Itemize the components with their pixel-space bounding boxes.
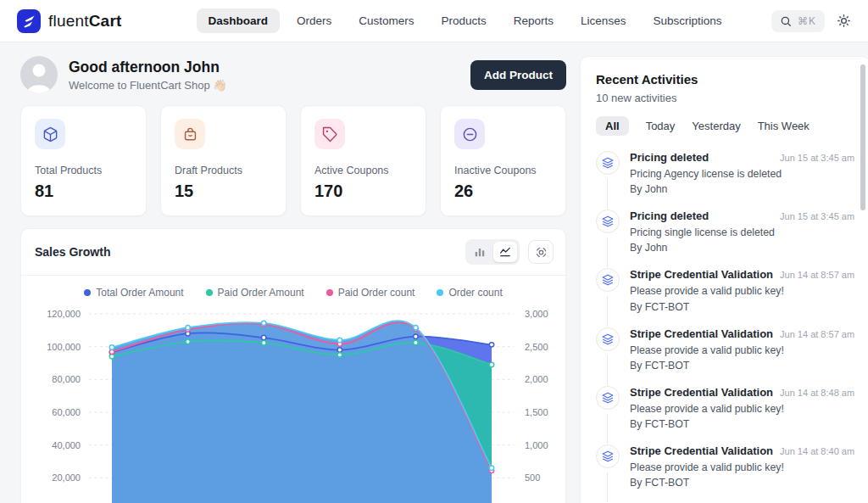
sales-growth-chart[interactable]: 120,0003,000100,0002,50080,0002,00060,00… [21, 300, 565, 503]
tab-yesterday[interactable]: Yesterday [692, 120, 740, 132]
nav-item-reports[interactable]: Reports [504, 8, 564, 33]
legend-item[interactable]: Paid Order Amount [206, 287, 304, 299]
activity-title: Stripe Credential Validation [630, 386, 773, 399]
recent-activities-count: 10 new activities [596, 92, 854, 104]
activity-title: Stripe Credential Validation [630, 444, 773, 457]
layers-icon [596, 444, 620, 468]
nav-item-dashboard[interactable]: Dashboard [197, 8, 281, 33]
activity-title: Stripe Credential Validation [630, 327, 773, 340]
tab-today[interactable]: Today [646, 120, 676, 132]
activities-filter-tabs: All Today Yesterday This Week [596, 116, 854, 136]
activity-author: By FCT-BOT [630, 477, 854, 489]
chart-type-switcher [465, 239, 520, 265]
legend-item[interactable]: Order count [437, 287, 502, 299]
search-button[interactable]: ⌘K [771, 10, 825, 32]
activity-item[interactable]: Pricing deletedJun 15 at 3:45 amPricing … [596, 151, 854, 210]
svg-text:1,000: 1,000 [525, 440, 548, 450]
activity-title: Pricing deleted [630, 151, 709, 164]
svg-text:40,000: 40,000 [52, 440, 81, 450]
activity-description: Pricing single license is deleted [630, 226, 854, 240]
activity-item[interactable]: Stripe Credential ValidationJun 14 at 8:… [596, 327, 854, 386]
topbar: fluentCart Dashboard Orders Customers Pr… [0, 0, 868, 42]
brand-name: fluentCart [48, 12, 122, 31]
svg-text:80,000: 80,000 [52, 374, 81, 384]
stat-value: 81 [35, 182, 132, 201]
greeting-subtitle: Welcome to FluentCart Shop 👋🏻 [69, 79, 227, 92]
theme-toggle-button[interactable] [837, 14, 851, 28]
stat-value: 26 [454, 182, 552, 201]
activity-author: By John [630, 183, 854, 195]
stat-label: Active Coupons [314, 165, 412, 176]
fluentcart-logo-icon [17, 9, 41, 33]
stat-label: Inactive Coupons [454, 165, 552, 176]
refresh-capture-button[interactable] [528, 240, 554, 264]
activity-title: Stripe Credential Validation [630, 268, 773, 281]
legend-label: Order count [448, 287, 502, 299]
brand-logo[interactable]: fluentCart [17, 9, 122, 33]
circle-minus-icon [454, 119, 485, 149]
sun-icon [837, 14, 851, 28]
legend-dot-icon [206, 289, 213, 296]
nav-item-subscriptions[interactable]: Subscriptions [643, 8, 732, 33]
activity-description: Please provide a valid public key! [630, 284, 854, 299]
tab-all[interactable]: All [596, 116, 629, 136]
svg-text:2,000: 2,000 [525, 374, 548, 384]
legend-dot-icon [437, 289, 443, 296]
svg-text:3,000: 3,000 [525, 309, 548, 319]
nav-item-orders[interactable]: Orders [287, 8, 342, 33]
stat-card-active-coupons[interactable]: Active Coupons 170 [300, 105, 426, 216]
sales-growth-title: Sales Growth [35, 245, 110, 259]
avatar[interactable] [20, 56, 58, 93]
legend-label: Paid Order count [338, 287, 415, 299]
greeting-title: Good afternoon John [69, 59, 227, 76]
layers-icon [596, 386, 620, 410]
legend-dot-icon [326, 289, 333, 296]
stat-card-inactive-coupons[interactable]: Inactive Coupons 26 [440, 105, 566, 216]
svg-text:500: 500 [525, 472, 540, 483]
layers-icon [596, 210, 620, 233]
stat-value: 170 [314, 182, 412, 201]
activity-item[interactable]: Stripe Credential ValidationJun 14 at 8:… [596, 386, 854, 444]
stat-label: Draft Products [175, 165, 272, 176]
activity-time: Jun 14 at 8:57 am [780, 270, 854, 280]
bar-chart-icon[interactable] [468, 242, 492, 262]
stat-card-total-products[interactable]: Total Products 81 [20, 105, 147, 216]
recent-activities-title: Recent Activities [596, 72, 854, 87]
activity-time: Jun 15 at 3:45 am [780, 211, 854, 221]
layers-icon [596, 268, 620, 292]
activity-item[interactable]: Stripe Credential ValidationJun 14 at 8:… [596, 444, 854, 503]
line-chart-icon[interactable] [493, 242, 517, 262]
chart-legend: Total Order AmountPaid Order AmountPaid … [21, 276, 565, 300]
svg-text:120,000: 120,000 [47, 309, 81, 319]
activity-item[interactable]: Stripe Credential ValidationJun 14 at 8:… [596, 268, 854, 327]
bag-icon [175, 119, 205, 149]
page-scrollbar[interactable] [860, 64, 865, 210]
nav-item-customers[interactable]: Customers [348, 8, 424, 33]
stat-label: Total Products [35, 165, 132, 176]
legend-item[interactable]: Paid Order count [326, 287, 415, 299]
stat-card-draft-products[interactable]: Draft Products 15 [160, 105, 287, 216]
activity-item[interactable]: Pricing deletedJun 15 at 3:45 amPricing … [596, 210, 854, 268]
add-product-button[interactable]: Add Product [470, 60, 566, 90]
legend-label: Paid Order Amount [218, 287, 304, 299]
svg-text:2,500: 2,500 [525, 342, 548, 352]
activity-author: By FCT-BOT [630, 301, 854, 313]
legend-item[interactable]: Total Order Amount [84, 287, 183, 299]
tag-icon [314, 119, 345, 149]
activity-author: By FCT-BOT [630, 360, 854, 372]
search-shortcut-label: ⌘K [798, 15, 816, 27]
nav-item-products[interactable]: Products [431, 8, 497, 33]
legend-dot-icon [84, 289, 91, 296]
svg-text:20,000: 20,000 [52, 472, 81, 483]
stat-value: 15 [175, 182, 272, 201]
activity-time: Jun 14 at 8:57 am [780, 329, 854, 339]
sales-growth-card: Sales Growth [20, 228, 566, 503]
tab-this-week[interactable]: This Week [758, 120, 810, 132]
person-icon [20, 56, 58, 93]
activity-description: Please provide a valid public key! [630, 344, 854, 358]
legend-label: Total Order Amount [96, 287, 183, 299]
activity-title: Pricing deleted [630, 210, 709, 222]
stats-row: Total Products 81 Draft Products 15 [20, 105, 566, 216]
nav-item-licenses[interactable]: Licenses [570, 8, 636, 33]
activity-time: Jun 15 at 3:45 am [780, 153, 854, 163]
